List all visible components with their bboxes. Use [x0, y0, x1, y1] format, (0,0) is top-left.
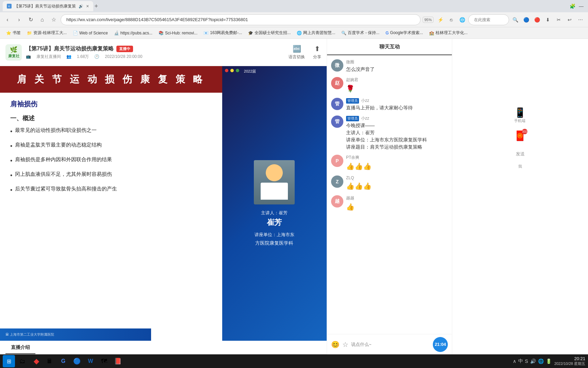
new-tab-button[interactable]: +	[95, 3, 98, 10]
search-button[interactable]: 🔍	[510, 15, 520, 25]
bookmark-4[interactable]: 📚 Sci-Hub: removi...	[156, 29, 200, 37]
address-input[interactable]	[61, 14, 421, 25]
extension2-button[interactable]: 🔴	[532, 15, 542, 25]
extension1-button[interactable]: 🔵	[521, 15, 531, 25]
refresh-button[interactable]: ↻	[26, 15, 35, 25]
send-time-button[interactable]: 21:04	[433, 337, 448, 352]
bookmark-5[interactable]: 📧 163网易免费邮-...	[201, 29, 245, 37]
name-row-0: 微圈	[346, 59, 448, 65]
taskbar-app-red2[interactable]: 📕	[112, 355, 124, 367]
chat-text-5: 👍👍👍	[346, 181, 448, 191]
share-action-button[interactable]: ⬆ 分享	[313, 45, 321, 60]
back-button[interactable]: ‹	[3, 15, 12, 25]
presenter-photo-bg	[254, 160, 295, 204]
bookmark-6-icon: 🎓	[248, 31, 253, 35]
browser-chrome: K 【第75讲】肩关节运动损伤康复策 🔊 × + 🧩 — ‹ › ↻ ⌂ ☆ 9…	[0, 0, 588, 39]
star-button[interactable]: ☆	[342, 340, 348, 349]
bookmark-6[interactable]: 🎓 全国硕士研究生招...	[245, 29, 293, 37]
google-taskbar-icon: G	[61, 358, 65, 364]
bookmark-1[interactable]: 📁 资源-桂林理工大...	[24, 29, 69, 37]
slide-area: 肩 关 节 运 动 损 伤 康 复 策 略 肩袖损伤 一、概述 • 最常见的运动…	[0, 66, 222, 341]
taskbar-app-blue[interactable]: 🔵	[71, 355, 83, 367]
lightning-button[interactable]: ⚡	[436, 15, 445, 25]
chat-messages: 微 微圈 怎么没声音了 赵 赵婉君 🌹	[327, 55, 452, 334]
bookmark-7[interactable]: 🌐 网上共青团智慧...	[294, 29, 338, 37]
calculator-icon: 🖩	[47, 358, 53, 365]
bullet-dot-1: •	[10, 127, 12, 136]
battery-icon: 🔋	[546, 358, 552, 364]
file-explorer-icon: 🗂	[19, 358, 26, 365]
active-tab[interactable]: K 【第75讲】肩关节运动损伤康复策 🔊 ×	[3, 1, 93, 11]
notification-area: 📱 手机端	[514, 107, 526, 123]
stream-actions: 🔤 语言切换 ⬆ 分享	[289, 45, 321, 60]
stream-datetime: 2022/10/28 20:00:00	[105, 54, 142, 59]
chat-input[interactable]	[351, 342, 430, 347]
extensions-button[interactable]: 🧩	[568, 2, 576, 10]
taskbar-right: ∧ 中 S 🔊 🌐 🔋 20:21 2022/10/28 星期五	[513, 356, 585, 366]
bookmark-9-label: Google学术搜索...	[390, 30, 423, 36]
bookmark-0[interactable]: ⭐ 书签	[3, 29, 23, 37]
taskbar-file-explorer[interactable]: 🗂	[16, 355, 29, 367]
emoji-button[interactable]: 😊	[331, 340, 340, 349]
minimize-button[interactable]: —	[577, 2, 585, 10]
bookmark-8[interactable]: 🔍 百度学术 - 保持...	[339, 29, 382, 37]
taskbar-word[interactable]: W	[84, 355, 97, 367]
bookmark-10-label: 桂林理工大学化...	[436, 30, 468, 36]
presenter-label: 主讲人：崔芳	[255, 210, 294, 216]
home-button[interactable]: ⌂	[37, 15, 47, 25]
bookmark-3-label: https://pubs.acs...	[120, 31, 152, 35]
tab-favicon: K	[7, 4, 12, 9]
bookmark-2[interactable]: 📄 Web of Science	[70, 29, 111, 37]
send-button[interactable]: 发送	[516, 151, 525, 157]
bubble-6: 越越 👍	[346, 195, 448, 212]
username-5: ZLQ	[346, 175, 354, 180]
stream-header: 🌿 康复社 【第75讲】肩关节运动损伤康复策略 直播中 📺 康复社直播间 👥 1…	[0, 39, 327, 66]
video-player[interactable]: 肩 关 节 运 动 损 伤 康 复 策 略 肩袖损伤 一、概述 • 最常见的运动…	[0, 66, 327, 341]
back2-button[interactable]: ↩	[565, 15, 574, 25]
chat-text-1: 🌹	[346, 83, 448, 94]
phone-icon[interactable]: 📱	[514, 107, 526, 118]
chat-text-3: 今晚授课—— 主讲人：崔芳 讲座单位：上海市东方医院康复医学科 讲座题目：肩关节…	[346, 122, 448, 151]
taskbar-app-red[interactable]: ◆	[30, 355, 42, 367]
lang-icon-zh: 中	[518, 358, 523, 364]
tab-audio-icon: 🔊	[79, 4, 83, 9]
settings-button[interactable]: ⋯	[576, 15, 585, 25]
bookmarks-bar: ⭐ 书签 📁 资源-桂林理工大... 📄 Web of Science 🔬 ht…	[0, 27, 588, 39]
chat-text-0: 怎么没声音了	[346, 66, 448, 73]
edge-icon[interactable]: 🌐	[457, 15, 467, 25]
chat-message-2: 管 管理员 小zz 直播马上开始，请大家耐心等待	[331, 98, 448, 111]
avatar-6: 越	[331, 195, 343, 208]
bookmark-1-label: 资源-桂林理工大...	[33, 30, 67, 36]
search-input[interactable]	[468, 14, 509, 25]
stream-info: 【第75讲】肩关节运动损伤康复策略 直播中 📺 康复社直播间 👥 1.68万 🕐…	[26, 45, 284, 60]
chat-message-5: Z ZLQ 👍👍👍	[331, 175, 448, 191]
bookmark-9[interactable]: G Google学术搜索...	[383, 29, 426, 37]
forward-button[interactable]: ›	[14, 15, 24, 25]
cam-top-bar: 2022届	[225, 69, 256, 74]
up-arrow-icon: ∧	[513, 358, 516, 364]
bookmark-10[interactable]: 🏫 桂林理工大学化...	[426, 29, 470, 37]
bullet-text-4: 冈上肌血液供应不足，尤其外展时容易损伤	[15, 170, 112, 178]
name-row-5: ZLQ	[346, 175, 448, 180]
taskbar-maps[interactable]: 🗺	[98, 355, 110, 367]
google-icon: G	[386, 31, 389, 35]
taskbar-calculator[interactable]: 🖩	[44, 355, 56, 367]
viewer-count: 1.68万	[77, 54, 89, 60]
star-button[interactable]: ☆	[49, 15, 59, 25]
bookmark-3[interactable]: 🔬 https://pubs.acs...	[111, 29, 155, 37]
taskbar-google[interactable]: G	[57, 355, 69, 367]
network-icon: 🌐	[538, 358, 544, 364]
extension3-button[interactable]: ✂	[554, 15, 564, 25]
phone-label: 手机端	[514, 118, 526, 123]
input-icon: S	[525, 358, 528, 364]
avatar-0: 微	[331, 59, 343, 72]
slide-title: 肩袖损伤	[10, 99, 212, 109]
share-button[interactable]: ⎋	[446, 15, 456, 25]
lang-switch-button[interactable]: 🔤 语言切换	[289, 45, 305, 60]
video-background: 肩 关 节 运 动 损 伤 康 复 策 略 肩袖损伤 一、概述 • 最常见的运动…	[0, 66, 327, 341]
tab-close-button[interactable]: ×	[86, 3, 89, 9]
start-button[interactable]: ⊞	[3, 355, 15, 367]
tab-intro[interactable]: 直播介绍	[5, 342, 35, 354]
main-content: 🌿 康复社 【第75讲】肩关节运动损伤康复策略 直播中 📺 康复社直播间 👥 1…	[0, 39, 588, 354]
download-button[interactable]: ⬇	[543, 15, 553, 25]
